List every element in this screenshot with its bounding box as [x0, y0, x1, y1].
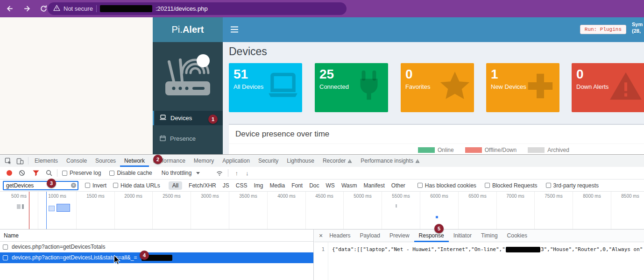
tab-lighthouse[interactable]: Lighthouse	[283, 155, 318, 167]
checkbox-label: Hide data URLs	[120, 182, 160, 189]
checkbox-box[interactable]	[109, 171, 114, 176]
filter-input-box[interactable]: ×	[3, 181, 78, 190]
type-filter-css[interactable]: CSS	[236, 182, 248, 189]
presence-menu-icon	[160, 135, 166, 143]
presence-panel: Device presence over time Online Offline…	[229, 124, 644, 154]
tab-application[interactable]: Application	[218, 155, 254, 167]
request-details-panel: × Headers Payload Preview Response Initi…	[314, 230, 644, 280]
filter-clear-icon[interactable]: ×	[71, 183, 76, 188]
blocked-requests-checkbox[interactable]: Blocked Requests	[485, 182, 538, 189]
network-conditions-icon[interactable]	[216, 170, 223, 176]
type-filter-all[interactable]: All	[169, 181, 182, 190]
tab-initiator[interactable]: Initiator	[449, 230, 476, 242]
card-all-devices[interactable]: 51 All Devices	[229, 63, 302, 112]
response-viewer[interactable]: 1 {"data":[["laptop","Net - Huawei","Int…	[314, 242, 644, 280]
tab-security[interactable]: Security	[254, 155, 283, 167]
inspect-icon[interactable]	[2, 155, 14, 167]
has-blocked-cookies-checkbox[interactable]: Has blocked cookies	[418, 182, 476, 189]
row-checkbox[interactable]	[3, 244, 8, 250]
table-row-selected[interactable]: devices.php?action=getDevicesList&status…	[0, 252, 313, 263]
card-connected[interactable]: 25 Connected	[315, 63, 388, 112]
legend-item-archived[interactable]: Archived	[528, 147, 569, 153]
search-icon[interactable]	[46, 170, 52, 176]
alert-triangle-icon	[609, 69, 643, 103]
type-filter-ws[interactable]: WS	[326, 182, 335, 189]
router-logo-icon	[153, 47, 223, 102]
chart-legend: Online Offline/Down Archived	[418, 147, 569, 153]
navbar-user-area[interactable]: Sym (28,	[632, 21, 644, 34]
clear-icon[interactable]	[19, 170, 25, 176]
type-filter-other[interactable]: Other	[391, 182, 405, 189]
type-filter-doc[interactable]: Doc	[309, 182, 319, 189]
type-filter-js[interactable]: JS	[223, 182, 229, 189]
type-filter-font[interactable]: Font	[291, 182, 303, 189]
run-plugins-button[interactable]: Run: Plugins	[580, 25, 626, 34]
checkbox-box[interactable]	[485, 183, 490, 188]
step-badge-2: 2	[153, 155, 163, 164]
third-party-checkbox[interactable]: 3rd-party requests	[546, 182, 599, 189]
filter-icon[interactable]	[33, 170, 39, 176]
tab-recorder[interactable]: Recorder	[318, 155, 356, 167]
browser-toolbar: Not secure :20211/devices.php	[0, 0, 644, 17]
tab-memory[interactable]: Memory	[190, 155, 218, 167]
type-filter-img[interactable]: Img	[254, 182, 263, 189]
legend-label: Archived	[547, 147, 569, 153]
row-checkbox[interactable]	[3, 255, 8, 260]
card-new-devices[interactable]: 1 New Devices	[486, 63, 559, 112]
type-filter-media[interactable]: Media	[269, 182, 285, 189]
tab-preview[interactable]: Preview	[385, 230, 414, 242]
import-har-icon[interactable]: ↑	[235, 170, 238, 177]
tab-elements[interactable]: Elements	[30, 155, 62, 167]
hide-data-urls-checkbox[interactable]: Hide data URLs	[113, 182, 160, 189]
card-down-alerts[interactable]: 0 Down Alerts	[572, 63, 644, 112]
tab-response[interactable]: Response	[414, 230, 449, 242]
tab-headers[interactable]: Headers	[325, 230, 355, 242]
export-har-icon[interactable]: ↓	[246, 170, 249, 177]
timeline-segment: 3000 ms	[191, 192, 229, 229]
timeline-segment: 7500 ms	[535, 192, 573, 229]
address-bar[interactable]: Not secure :20211/devices.php	[48, 2, 347, 15]
checkbox-box[interactable]	[85, 183, 90, 188]
star-icon	[438, 69, 472, 103]
tab-timing[interactable]: Timing	[476, 230, 502, 242]
pialert-logo[interactable]: Pi.Alert	[153, 17, 223, 42]
tab-performance-insights[interactable]: Performance insights	[356, 155, 424, 167]
tab-payload[interactable]: Payload	[355, 230, 385, 242]
hamburger-icon[interactable]	[230, 26, 239, 35]
throttling-dropdown[interactable]: No throttling	[162, 170, 200, 176]
back-icon[interactable]	[3, 2, 17, 16]
type-filter-fetch-xhr[interactable]: Fetch/XHR	[189, 182, 216, 189]
checkbox-box[interactable]	[546, 183, 551, 188]
legend-item-online[interactable]: Online	[418, 147, 454, 153]
tab-cookies[interactable]: Cookies	[502, 230, 532, 242]
card-favorites[interactable]: 0 Favorites	[401, 63, 474, 112]
response-redacted	[506, 247, 540, 252]
forward-icon[interactable]	[20, 2, 34, 16]
tab-sources[interactable]: Sources	[91, 155, 120, 167]
request-table-name-header[interactable]: Name	[0, 230, 313, 242]
invert-checkbox[interactable]: Invert	[85, 182, 106, 189]
step-badge-3: 3	[47, 179, 56, 188]
timeline-segment: 8000 ms	[573, 192, 611, 229]
close-icon[interactable]: ×	[319, 232, 323, 239]
preserve-log-checkbox[interactable]: Preserve log	[62, 170, 101, 176]
filter-input[interactable]	[6, 182, 67, 189]
disable-cache-checkbox[interactable]: Disable cache	[109, 170, 152, 176]
timeline-activity-bar	[22, 204, 24, 209]
checkbox-box[interactable]	[418, 183, 423, 188]
cursor-icon	[113, 255, 120, 267]
tab-network[interactable]: Network	[120, 155, 149, 167]
details-tab-bar: × Headers Payload Preview Response Initi…	[314, 230, 644, 242]
checkbox-box[interactable]	[113, 183, 118, 188]
network-overview-timeline[interactable]: 500 ms 1000 ms 1500 ms 2000 ms 2500 ms 3…	[0, 192, 644, 230]
checkbox-label: Preserve log	[70, 170, 101, 176]
checkbox-box[interactable]	[62, 171, 67, 176]
legend-item-offline[interactable]: Offline/Down	[465, 147, 517, 153]
sidebar-item-presence[interactable]: Presence	[153, 131, 223, 146]
table-row[interactable]: devices.php?action=getDevicesTotals	[0, 242, 313, 252]
type-filter-manifest[interactable]: Manifest	[363, 182, 384, 189]
device-toolbar-icon[interactable]	[14, 155, 26, 167]
tab-console[interactable]: Console	[62, 155, 91, 167]
record-icon[interactable]	[7, 170, 12, 176]
type-filter-wasm[interactable]: Wasm	[341, 182, 357, 189]
